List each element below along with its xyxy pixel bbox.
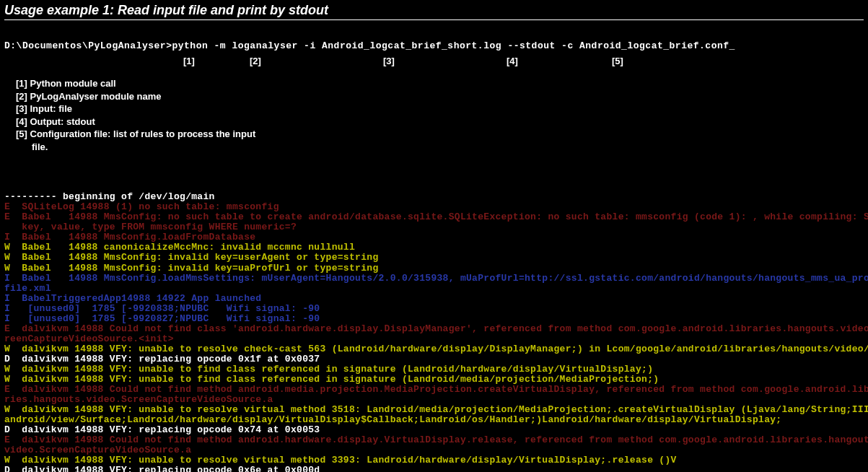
log-line: I BabelTriggeredApp14988 14922 App launc… xyxy=(4,294,864,304)
command-line: D:\Documentos\PyLogAnalyser>python -m lo… xyxy=(4,40,864,51)
legend-1: [1] Python module call xyxy=(16,77,864,90)
legend-3: [3] Input: file xyxy=(16,102,864,115)
log-line: file.xml xyxy=(4,284,864,294)
legend: [1] Python module call [2] PyLogAnalyser… xyxy=(4,77,864,153)
legend-4: [4] Output: stdout xyxy=(16,115,864,128)
log-line: D dalvikvm 14988 VFY: replacing opcode 0… xyxy=(4,466,864,472)
log-line: W dalvikvm 14988 VFY: unable to resolve … xyxy=(4,344,864,354)
log-line: D dalvikvm 14988 VFY: replacing opcode 0… xyxy=(4,425,864,435)
log-line: W Babel 14988 MmsConfig: invalid key=use… xyxy=(4,253,864,263)
log-line: reenCaptureVideoSource.<init> xyxy=(4,334,864,344)
log-line: D dalvikvm 14988 VFY: replacing opcode 0… xyxy=(4,354,864,364)
cmd-part-4: --stdout xyxy=(507,40,555,51)
log-line: E dalvikvm 14988 Could not find method a… xyxy=(4,435,864,445)
marker-2: [2] xyxy=(250,56,261,66)
page-title: Usage example 1: Read input file and pri… xyxy=(4,3,864,20)
log-line: android/view/Surface;Landroid/hardware/d… xyxy=(4,415,864,425)
log-output: --------- beginning of /dev/log/mainE SQ… xyxy=(4,192,864,472)
log-line: I [unused0] 1785 [-9920827;NPUBC Wifi si… xyxy=(4,314,864,324)
log-line: key, value, type FROM mmsconfig WHERE nu… xyxy=(4,222,864,232)
log-line: I Babel 14988 MmsConfig.loadFromDatabase xyxy=(4,232,864,242)
log-line: W dalvikvm 14988 VFY: unable to find cla… xyxy=(4,364,864,375)
log-line: --------- beginning of /dev/log/main xyxy=(4,192,864,202)
marker-1: [1] xyxy=(183,56,195,66)
log-line: I [unused0] 1785 [-9920838;NPUBC Wifi si… xyxy=(4,304,864,314)
cmd-part-1: python -m xyxy=(172,40,226,51)
marker-4: [4] xyxy=(507,56,518,66)
marker-5: [5] xyxy=(612,56,623,66)
log-line: W dalvikvm 14988 VFY: unable to find cla… xyxy=(4,375,864,385)
cmd-prompt: D:\Documentos\PyLogAnalyser> xyxy=(4,40,172,51)
log-line: W Babel 14988 canonicalizeMccMnc: invali… xyxy=(4,242,864,253)
cmd-part-5: -c Android_logcat_brief.conf_ xyxy=(561,40,735,51)
log-line: video.ScreenCaptureVideoSource.a xyxy=(4,445,864,455)
log-line: E SQLiteLog 14988 (1) no such table: mms… xyxy=(4,202,864,212)
log-line: E dalvikvm 14988 Could not find method a… xyxy=(4,385,864,395)
legend-5: [5] Configuration file: list of rules to… xyxy=(16,128,864,141)
log-line: ries.hangouts.video.ScreenCaptureVideoSo… xyxy=(4,395,864,405)
log-line: E Babel 14988 MmsConfig: no such table t… xyxy=(4,212,864,222)
log-line: E dalvikvm 14988 Could not find class 'a… xyxy=(4,324,864,334)
arg-markers: [1] [2] [3] [4] [5] xyxy=(4,56,864,73)
legend-5b: file. xyxy=(16,141,864,154)
marker-3: [3] xyxy=(383,56,395,66)
log-line: W dalvikvm 14988 VFY: unable to resolve … xyxy=(4,455,864,466)
legend-2: [2] PyLogAnalyser module name xyxy=(16,90,864,103)
log-line: W Babel 14988 MmsConfig: invalid key=uaP… xyxy=(4,263,864,274)
log-line: W dalvikvm 14988 VFY: unable to resolve … xyxy=(4,405,864,415)
log-line: I Babel 14988 MmsConfig.loadMmsSettings:… xyxy=(4,274,864,284)
cmd-part-2: loganalyser xyxy=(232,40,297,51)
cmd-part-3: -i Android_logcat_brief_short.log xyxy=(304,40,501,51)
